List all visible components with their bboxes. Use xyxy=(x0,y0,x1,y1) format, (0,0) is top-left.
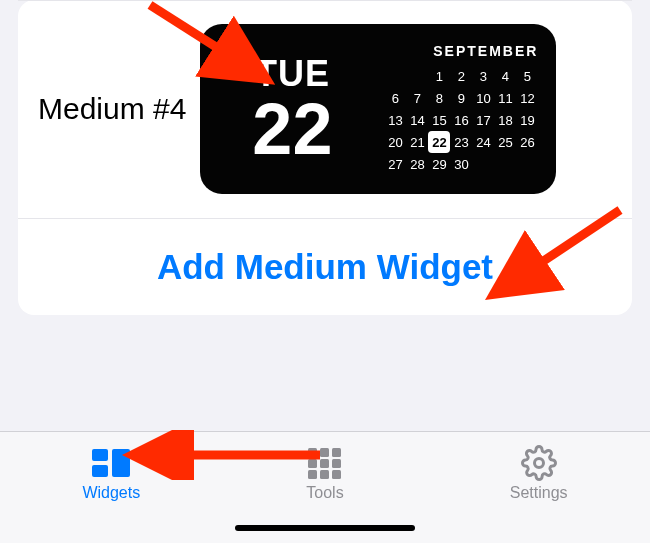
svg-rect-8 xyxy=(332,459,341,468)
svg-rect-7 xyxy=(320,459,329,468)
calendar-day: 2 xyxy=(450,65,472,87)
calendar-day: 9 xyxy=(450,87,472,109)
calendar-day: 10 xyxy=(472,87,494,109)
calendar-day: 4 xyxy=(494,65,516,87)
month-name: SEPTEMBER xyxy=(433,43,544,59)
calendar-day: 8 xyxy=(428,87,450,109)
calendar-grid: 1234567891011121314151617181920212223242… xyxy=(384,65,538,175)
calendar-side: SEPTEMBER 123456789101112131415161718192… xyxy=(378,24,556,194)
svg-rect-10 xyxy=(320,470,329,479)
calendar-day: 5 xyxy=(516,65,538,87)
calendar-day: 1 xyxy=(428,65,450,87)
tab-widgets-label: Widgets xyxy=(82,484,140,502)
svg-rect-0 xyxy=(92,449,108,461)
widget-label: Medium #4 xyxy=(38,92,200,126)
widget-row[interactable]: Medium #4 TUE 22 SEPTEMBER 1234567891011… xyxy=(18,0,632,219)
date-side: TUE 22 xyxy=(200,24,378,194)
tab-settings[interactable]: Settings xyxy=(510,446,568,502)
calendar-day: 16 xyxy=(450,109,472,131)
calendar-day: 14 xyxy=(406,109,428,131)
tab-widgets[interactable]: Widgets xyxy=(82,446,140,502)
widgets-icon xyxy=(91,446,131,480)
svg-rect-4 xyxy=(320,448,329,457)
calendar-day: 18 xyxy=(494,109,516,131)
tab-tools-label: Tools xyxy=(306,484,343,502)
svg-point-12 xyxy=(534,459,543,468)
calendar-day: 19 xyxy=(516,109,538,131)
calendar-day: 29 xyxy=(428,153,450,175)
calendar-day: 30 xyxy=(450,153,472,175)
svg-rect-1 xyxy=(92,465,108,477)
calendar-day: 26 xyxy=(516,131,538,153)
gear-icon xyxy=(519,446,559,480)
calendar-day: 27 xyxy=(384,153,406,175)
svg-rect-3 xyxy=(308,448,317,457)
svg-rect-9 xyxy=(308,470,317,479)
calendar-day: 28 xyxy=(406,153,428,175)
svg-rect-6 xyxy=(308,459,317,468)
calendar-day: 23 xyxy=(450,131,472,153)
calendar-day: 22 xyxy=(428,131,450,153)
calendar-day: 20 xyxy=(384,131,406,153)
add-medium-widget-button[interactable]: Add Medium Widget xyxy=(157,247,493,287)
add-row: Add Medium Widget xyxy=(18,219,632,315)
home-indicator[interactable] xyxy=(235,525,415,531)
svg-rect-5 xyxy=(332,448,341,457)
calendar-day: 15 xyxy=(428,109,450,131)
tab-settings-label: Settings xyxy=(510,484,568,502)
calendar-day: 3 xyxy=(472,65,494,87)
calendar-day: 25 xyxy=(494,131,516,153)
calendar-day: 13 xyxy=(384,109,406,131)
calendar-day: 12 xyxy=(516,87,538,109)
tab-tools[interactable]: Tools xyxy=(305,446,345,502)
widget-preview: TUE 22 SEPTEMBER 12345678910111213141516… xyxy=(200,24,556,194)
calendar-day: 11 xyxy=(494,87,516,109)
day-number: 22 xyxy=(252,93,332,165)
grid-icon xyxy=(305,446,345,480)
calendar-day: 21 xyxy=(406,131,428,153)
svg-rect-11 xyxy=(332,470,341,479)
calendar-day: 17 xyxy=(472,109,494,131)
widget-card: Medium #4 TUE 22 SEPTEMBER 1234567891011… xyxy=(18,0,632,315)
calendar-day: 6 xyxy=(384,87,406,109)
calendar-day: 7 xyxy=(406,87,428,109)
svg-rect-2 xyxy=(112,449,130,477)
calendar-day: 24 xyxy=(472,131,494,153)
